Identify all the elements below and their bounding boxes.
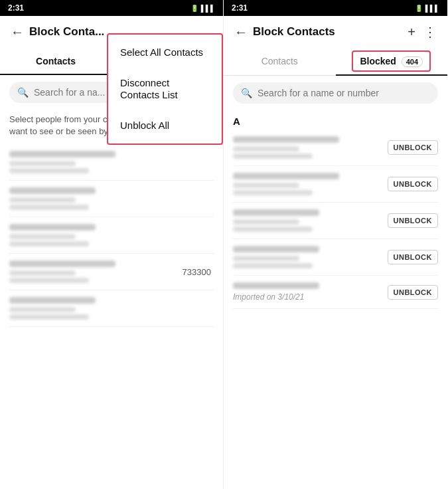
imported-date: Imported on 3/10/21	[233, 292, 388, 302]
status-icons-left: 🔋 ▌▌▌	[190, 5, 215, 12]
add-icon[interactable]: +	[408, 25, 415, 40]
search-icon-left: 🔍	[17, 87, 29, 98]
unblock-button[interactable]: UNBLOCK	[388, 177, 439, 191]
dropdown-select-all[interactable]: Select All Contacts	[108, 37, 222, 68]
contact-item: 733300	[9, 254, 214, 290]
unblock-button[interactable]: UNBLOCK	[388, 140, 439, 155]
more-icon[interactable]: ⋮	[423, 24, 437, 40]
blocked-contact-item: UNBLOCK	[233, 203, 438, 239]
section-label-a: A	[233, 116, 438, 127]
contact-item	[9, 217, 214, 254]
search-bar-right: 🔍	[233, 82, 438, 104]
blocked-count-badge: 404	[402, 56, 423, 67]
dropdown-menu: Select All Contacts DisconnectContacts L…	[107, 33, 223, 145]
contact-item	[9, 144, 214, 181]
contact-info: Imported on 3/10/21	[233, 282, 388, 302]
left-panel: 2:31 🔋 ▌▌▌ ← Block Conta... Contacts Blo…	[0, 0, 224, 489]
phone-number: 733300	[183, 267, 211, 277]
contact-info	[9, 151, 214, 173]
status-bar-left: 2:31 🔋 ▌▌▌	[0, 0, 223, 16]
blocked-contact-item: UNBLOCK	[233, 166, 438, 203]
contact-info	[9, 224, 214, 246]
blocked-contact-item: Imported on 3/10/21 UNBLOCK	[233, 276, 438, 309]
dropdown-unblock-all[interactable]: Unblock All	[108, 110, 222, 141]
tab-contacts-left[interactable]: Contacts	[0, 48, 112, 74]
contact-info	[9, 297, 214, 320]
blocked-contact-item: UNBLOCK	[233, 239, 438, 276]
content-right: A UNBLOCK UNBLOCK UNBLOCK	[224, 110, 447, 489]
contact-info	[233, 209, 388, 232]
status-bar-right: 2:31 🔋 ▌▌▌	[224, 0, 447, 16]
contact-info	[9, 260, 183, 283]
contact-info	[233, 173, 388, 195]
unblock-button[interactable]: UNBLOCK	[388, 285, 439, 300]
contact-info	[233, 136, 388, 159]
signal-icon-right: ▌▌▌	[425, 5, 439, 12]
search-input-right[interactable]	[258, 88, 430, 98]
contact-item	[9, 290, 214, 327]
unblock-button[interactable]: UNBLOCK	[388, 213, 439, 228]
blocked-contact-item: UNBLOCK	[233, 130, 438, 166]
contact-info	[9, 187, 214, 210]
back-button-left[interactable]: ←	[11, 25, 24, 40]
content-left: Select people from your contact list tha…	[0, 110, 223, 489]
contact-item	[9, 181, 214, 217]
back-button-right[interactable]: ←	[234, 25, 248, 40]
tab-blocked-right[interactable]: Blocked 404	[336, 48, 448, 75]
tab-contacts-right[interactable]: Contacts	[224, 48, 336, 75]
contact-info	[233, 246, 388, 268]
status-icons-right: 🔋 ▌▌▌	[415, 5, 439, 12]
status-time-left: 2:31	[8, 3, 24, 13]
header-right: ← Block Contacts + ⋮	[224, 16, 447, 48]
blocked-tab-highlight: Blocked 404	[352, 50, 431, 72]
right-panel: 2:31 🔋 ▌▌▌ ← Block Contacts + ⋮ Contacts…	[224, 0, 447, 489]
search-icon-right: 🔍	[241, 88, 252, 98]
tabs-right: Contacts Blocked 404	[224, 48, 447, 76]
unblock-button[interactable]: UNBLOCK	[388, 250, 439, 264]
battery-icon: 🔋	[190, 5, 198, 12]
dropdown-disconnect[interactable]: DisconnectContacts List	[108, 68, 222, 110]
header-actions: + ⋮	[408, 24, 437, 40]
battery-icon-right: 🔋	[415, 5, 423, 12]
signal-icon: ▌▌▌	[201, 5, 215, 12]
status-time-right: 2:31	[232, 3, 248, 13]
page-title-right: Block Contacts	[253, 25, 408, 39]
